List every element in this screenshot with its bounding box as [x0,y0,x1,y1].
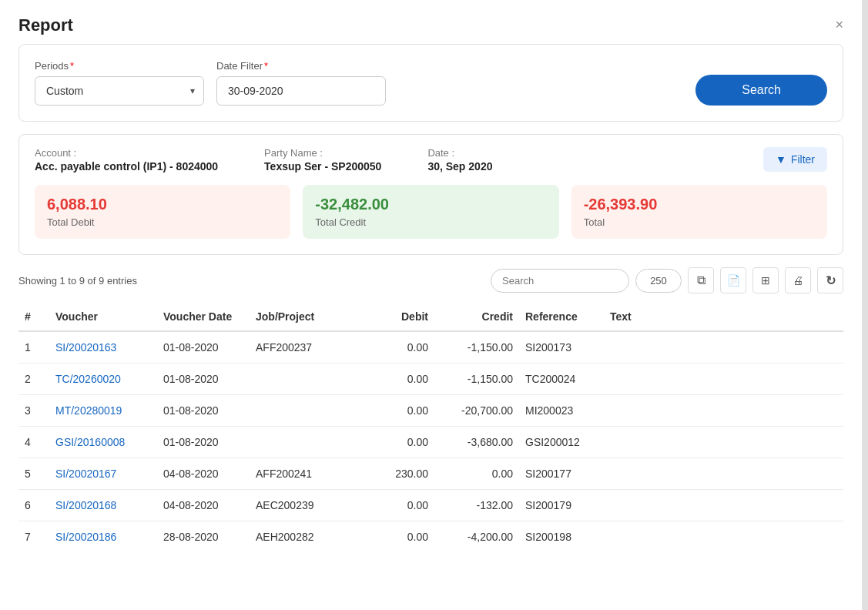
summary-header: Account : Acc. payable control (IP1) - 8… [35,147,827,173]
cell-text [604,364,843,395]
col-header-voucher-date: Voucher Date [157,303,250,331]
cell-voucher[interactable]: TC/20260020 [49,364,157,395]
cell-credit: -3,680.00 [434,427,519,458]
scrollbar[interactable] [862,0,868,610]
periods-select-wrapper: Custom Monthly Quarterly Yearly ▾ [35,76,204,106]
voucher-link[interactable]: SI/20020163 [55,341,116,354]
refresh-button[interactable]: ↻ [817,267,843,293]
col-header-job-project: Job/Project [250,303,357,331]
cell-debit: 0.00 [357,521,434,553]
voucher-link[interactable]: MT/20280019 [55,404,122,417]
total-card: -26,393.90 Total [571,185,827,239]
voucher-link[interactable]: SI/20020186 [55,531,116,543]
table-row: 4 GSI/20160008 01-08-2020 0.00 -3,680.00… [18,427,843,458]
search-button[interactable]: Search [695,75,827,106]
filter-button[interactable]: ▼ Filter [763,147,827,172]
table-row: 2 TC/20260020 01-08-2020 0.00 -1,150.00 … [18,364,843,395]
cell-reference: SI200173 [519,331,604,364]
cell-voucher-date: 01-08-2020 [157,395,250,427]
cell-reference: SI200177 [519,458,604,490]
cell-debit: 0.00 [357,490,434,521]
print-icon: 🖨 [793,274,803,287]
cell-num: 3 [18,395,49,427]
cell-text [604,427,843,458]
cell-voucher-date: 01-08-2020 [157,364,250,395]
cell-job-project: AEH200282 [250,521,357,553]
col-header-debit: Debit [357,303,434,331]
col-header-num: # [18,303,49,331]
cell-credit: -20,700.00 [434,395,519,427]
cell-num: 1 [18,331,49,364]
col-header-text: Text [604,303,843,331]
cell-voucher[interactable]: SI/20020186 [49,521,157,553]
debit-card: 6,088.10 Total Debit [35,185,290,239]
modal-header: Report × [0,0,868,44]
toolbar-right: ⧉ 📄 ⊞ 🖨 ↻ [491,267,843,293]
table-toolbar: Showing 1 to 9 of 9 entries ⧉ 📄 ⊞ [18,267,843,293]
cell-debit: 0.00 [357,427,434,458]
cell-reference: TC200024 [519,364,604,395]
credit-card: -32,482.00 Total Credit [303,185,558,239]
voucher-link[interactable]: SI/20020167 [55,468,116,480]
cell-job-project [250,364,357,395]
party-group: Party Name : Texsup Ser - SP200050 [264,147,381,173]
date-filter-label: Date Filter* [216,60,386,72]
cell-voucher-date: 04-08-2020 [157,490,250,521]
pdf-button[interactable]: 📄 [720,267,746,293]
cell-debit: 0.00 [357,364,434,395]
periods-label: Periods* [35,60,204,72]
cell-text [604,458,843,490]
total-credit-label: Total Credit [315,216,546,228]
account-group: Account : Acc. payable control (IP1) - 8… [35,147,218,173]
cell-text [604,521,843,553]
total-amount: -26,393.90 [584,196,815,213]
cell-voucher[interactable]: SI/20020167 [49,458,157,490]
total-credit-amount: -32,482.00 [315,196,546,213]
table-row: 7 SI/20020186 28-08-2020 AEH200282 0.00 … [18,521,843,553]
periods-select[interactable]: Custom Monthly Quarterly Yearly [35,76,204,106]
cell-voucher[interactable]: GSI/20160008 [49,427,157,458]
account-label: Account : [35,147,218,159]
cell-voucher[interactable]: SI/20020163 [49,331,157,364]
modal-container: Report × Periods* Custom Monthly Quarter… [0,0,868,610]
cell-text [604,490,843,521]
table-row: 1 SI/20020163 01-08-2020 AFF200237 0.00 … [18,331,843,364]
cell-credit: 0.00 [434,458,519,490]
cell-job-project [250,395,357,427]
print-button[interactable]: 🖨 [785,267,811,293]
cell-debit: 230.00 [357,458,434,490]
summary-cards: 6,088.10 Total Debit -32,482.00 Total Cr… [35,185,827,239]
close-icon[interactable]: × [829,14,850,36]
cell-reference: GSI200012 [519,427,604,458]
cell-num: 4 [18,427,49,458]
date-filter-input[interactable] [216,76,386,106]
excel-button[interactable]: ⊞ [752,267,779,293]
date-meta-label: Date : [427,147,492,159]
pdf-icon: 📄 [727,274,740,287]
cell-reference: SI200198 [519,521,604,553]
cell-credit: -1,150.00 [434,331,519,364]
cell-num: 2 [18,364,49,395]
date-filter-group: Date Filter* [216,60,386,106]
copy-button[interactable]: ⧉ [688,267,714,293]
cell-voucher-date: 01-08-2020 [157,427,250,458]
total-label: Total [584,216,815,228]
voucher-link[interactable]: GSI/20160008 [55,436,125,448]
cell-debit: 0.00 [357,331,434,364]
cell-reference: MI200023 [519,395,604,427]
page-size-input[interactable] [635,269,682,293]
party-value: Texsup Ser - SP200050 [264,160,381,173]
copy-icon: ⧉ [697,273,705,287]
table-row: 6 SI/20020168 04-08-2020 AEC200239 0.00 … [18,490,843,521]
data-table: # Voucher Voucher Date Job/Project Debit… [18,303,843,552]
cell-job-project [250,427,357,458]
account-value: Acc. payable control (IP1) - 8024000 [35,160,218,173]
table-search-input[interactable] [491,269,629,293]
cell-voucher[interactable]: SI/20020168 [49,490,157,521]
cell-num: 5 [18,458,49,490]
cell-voucher[interactable]: MT/20280019 [49,395,157,427]
table-header-row: # Voucher Voucher Date Job/Project Debit… [18,303,843,331]
voucher-link[interactable]: TC/20260020 [55,373,121,385]
total-debit-amount: 6,088.10 [47,196,278,213]
voucher-link[interactable]: SI/20020168 [55,499,116,511]
